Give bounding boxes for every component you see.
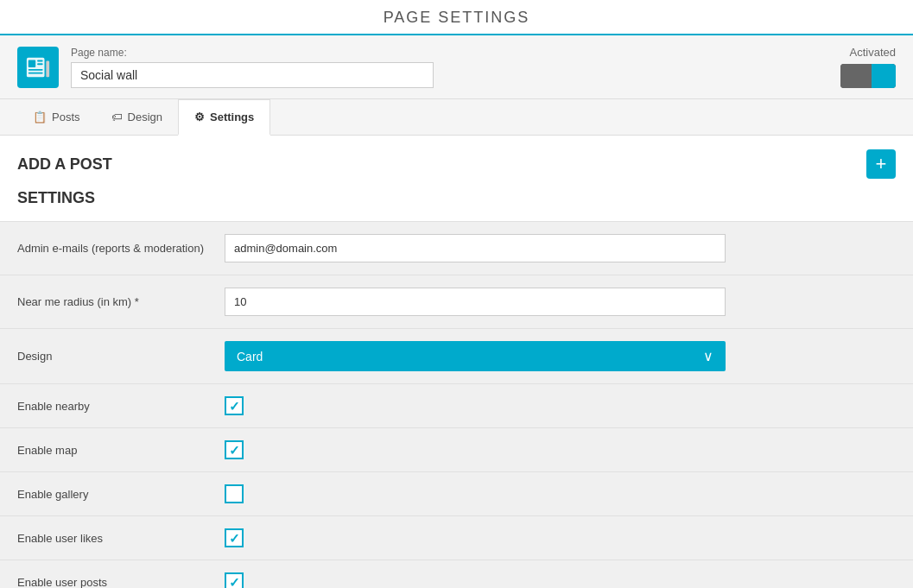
settings-icon: ⚙: [194, 111, 205, 123]
enable-user-likes-label: Enable user likes: [17, 532, 225, 545]
top-bar: Page name: Activated: [0, 35, 913, 99]
add-post-section: ADD A POST +: [0, 136, 913, 186]
enable-user-posts-row: Enable user posts: [0, 560, 913, 588]
add-post-title: ADD A POST: [17, 155, 112, 174]
enable-gallery-row: Enable gallery: [0, 472, 913, 516]
page-name-label: Page name:: [71, 47, 434, 59]
enable-user-posts-checkbox-wrapper: [225, 572, 244, 588]
svg-rect-2: [37, 60, 43, 61]
activated-toggle[interactable]: [840, 64, 896, 88]
tab-settings-label: Settings: [210, 111, 254, 123]
toggle-off-area: [840, 64, 872, 88]
newspaper-icon: [25, 54, 51, 80]
enable-user-likes-checkbox[interactable]: [225, 528, 244, 547]
main-content: ADD A POST + SETTINGS Admin e-mails (rep…: [0, 136, 913, 588]
toggle-on-area: [872, 64, 896, 88]
tab-posts-label: Posts: [52, 111, 80, 123]
enable-user-posts-label: Enable user posts: [17, 576, 225, 589]
admin-emails-row: Admin e-mails (reports & moderation): [0, 222, 913, 275]
tab-settings[interactable]: ⚙ Settings: [178, 99, 270, 136]
enable-nearby-label: Enable nearby: [17, 400, 225, 413]
enable-map-checkbox-wrapper: [225, 440, 244, 459]
enable-gallery-checkbox[interactable]: [225, 484, 244, 503]
design-select-wrapper: Card ∨: [225, 341, 726, 371]
svg-rect-3: [37, 63, 43, 65]
enable-user-likes-row: Enable user likes: [0, 516, 913, 560]
enable-nearby-checkbox-wrapper: [225, 396, 244, 415]
tabs-bar: 📋 Posts 🏷 Design ⚙ Settings: [0, 99, 913, 136]
enable-nearby-row: Enable nearby: [0, 384, 913, 428]
settings-form: Admin e-mails (reports & moderation) Nea…: [0, 222, 913, 588]
add-post-button[interactable]: +: [866, 149, 896, 179]
svg-rect-4: [29, 68, 43, 70]
admin-emails-input[interactable]: [225, 234, 726, 262]
enable-map-row: Enable map: [0, 428, 913, 472]
enable-map-label: Enable map: [17, 444, 225, 457]
page-name-group: Page name:: [71, 47, 434, 88]
enable-user-posts-checkbox[interactable]: [225, 572, 244, 588]
enable-map-checkbox[interactable]: [225, 440, 244, 459]
tab-design-label: Design: [128, 111, 162, 123]
near-me-radius-input[interactable]: [225, 288, 726, 316]
page-title: PAGE SETTINGS: [0, 9, 913, 27]
enable-user-likes-checkbox-wrapper: [225, 528, 244, 547]
activated-group: Activated: [840, 46, 896, 88]
activated-label: Activated: [850, 46, 896, 59]
posts-icon: 📋: [33, 111, 47, 123]
enable-nearby-checkbox[interactable]: [225, 396, 244, 415]
tab-posts[interactable]: 📋 Posts: [17, 99, 96, 136]
page-header: PAGE SETTINGS: [0, 0, 913, 35]
design-select[interactable]: Card ∨: [225, 341, 726, 371]
tab-design[interactable]: 🏷 Design: [96, 99, 178, 136]
page-name-input[interactable]: [71, 62, 434, 88]
design-select-value: Card: [237, 350, 263, 364]
svg-rect-5: [29, 72, 43, 73]
svg-rect-1: [29, 60, 35, 66]
chevron-down-icon: ∨: [703, 348, 713, 364]
admin-emails-label: Admin e-mails (reports & moderation): [17, 242, 225, 255]
near-me-radius-row: Near me radius (in km) *: [0, 275, 913, 329]
enable-gallery-label: Enable gallery: [17, 488, 225, 501]
page-icon: [17, 47, 59, 88]
settings-title: SETTINGS: [0, 186, 913, 222]
svg-rect-6: [46, 60, 49, 77]
design-icon: 🏷: [111, 111, 123, 123]
enable-gallery-checkbox-wrapper: [225, 484, 244, 503]
design-row: Design Card ∨: [0, 329, 913, 384]
design-label: Design: [17, 350, 225, 363]
near-me-radius-label: Near me radius (in km) *: [17, 295, 225, 308]
